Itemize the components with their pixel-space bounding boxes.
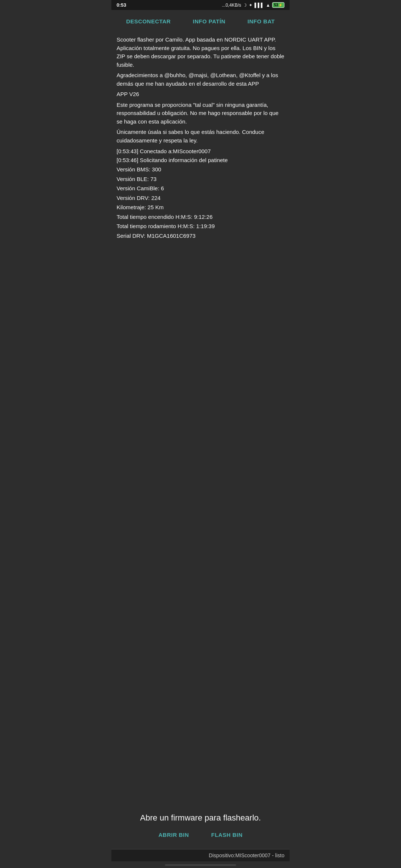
version-bms: Versión BMS: 300 — [117, 165, 284, 174]
log-line-1: [0:53:43] Conectado a:MIScooter0007 — [117, 147, 284, 156]
info-bat-button[interactable]: INFO BAT — [245, 17, 278, 26]
log-line-2: [0:53:46] Solicitando información del pa… — [117, 156, 284, 165]
bottom-section: Abre un firmware para flashearlo. ABRIR … — [111, 802, 290, 849]
version-drv: Versión DRV: 224 — [117, 193, 284, 203]
status-right: ...0,4KB/s ☽ ✦ ▌▌▌ ▲ 53 ⚡ — [222, 2, 284, 8]
moon-icon: ☽ — [243, 3, 247, 8]
version-camible: Versión CamiBle: 6 — [117, 184, 284, 193]
abrir-bin-button[interactable]: ABRIR BIN — [159, 832, 189, 838]
flash-bin-button[interactable]: FLASH BIN — [211, 832, 243, 838]
total-tiempo-rodamiento: Total tiempo rodamiento H:M:S: 1:19:39 — [117, 221, 284, 231]
info-line-1: Scooter flasher por Camilo. App basada e… — [117, 36, 284, 69]
device-status: Dispositivo:MIScooter0007 - listo — [209, 852, 284, 858]
flash-prompt: Abre un firmware para flashearlo. — [140, 813, 261, 823]
top-nav: DESCONECTAR INFO PATÍN INFO BAT — [111, 10, 290, 33]
info-line-4: Este programa se proporciona "tal cual" … — [117, 101, 284, 126]
status-footer: Dispositivo:MIScooter0007 - listo — [111, 849, 290, 861]
main-content: Scooter flasher por Camilo. App basada e… — [111, 33, 290, 802]
info-line-5: Únicamente úsala si sabes lo que estás h… — [117, 128, 284, 145]
status-bar: 0:53 ...0,4KB/s ☽ ✦ ▌▌▌ ▲ 53 ⚡ — [111, 0, 290, 10]
serial-drv: Serial DRV: M1GCA1601C6973 — [117, 231, 284, 241]
wifi-icon: ▲ — [266, 3, 270, 8]
desconectar-button[interactable]: DESCONECTAR — [123, 17, 174, 26]
info-line-2: Agradecimientos a @buhho, @majsi, @Lothe… — [117, 71, 284, 88]
version-ble: Versión BLE: 73 — [117, 174, 284, 184]
battery-indicator: 53 ⚡ — [272, 2, 284, 8]
signal-icon: ▌▌▌ — [254, 3, 264, 8]
kilometraje: Kilometraje: 25 Km — [117, 203, 284, 212]
bottom-buttons: ABRIR BIN FLASH BIN — [159, 832, 243, 838]
status-time: 0:53 — [117, 2, 126, 8]
bluetooth-icon: ✦ — [249, 3, 252, 8]
info-patin-button[interactable]: INFO PATÍN — [190, 17, 228, 26]
app-version: APP V26 — [117, 90, 284, 99]
home-indicator — [165, 864, 236, 866]
network-speed: ...0,4KB/s — [222, 3, 241, 8]
total-tiempo-encendido: Total tiempo encendido H:M:S: 9:12:26 — [117, 212, 284, 222]
